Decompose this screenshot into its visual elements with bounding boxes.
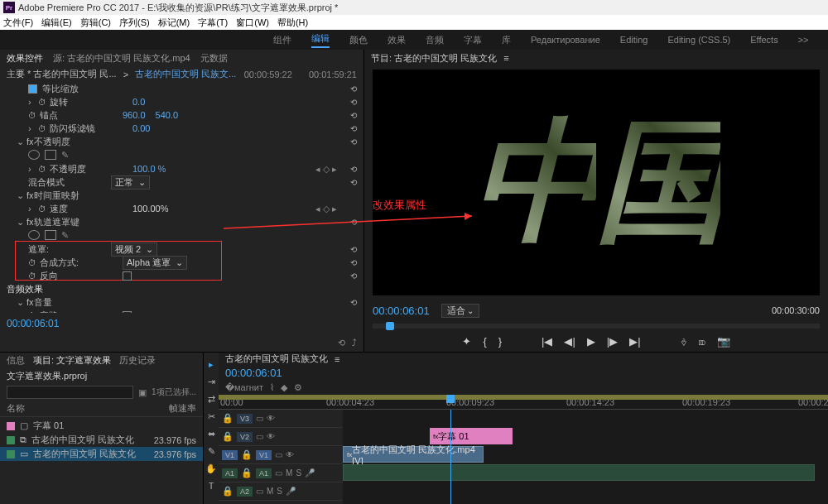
mark-out-icon[interactable]: } <box>498 335 502 348</box>
expand-icon[interactable]: ⌄ <box>17 217 23 228</box>
type-tool-icon[interactable]: T <box>209 481 214 491</box>
stopwatch-icon[interactable]: ⏱ <box>28 271 36 281</box>
selection-tool-icon[interactable]: ▸ <box>209 359 214 370</box>
project-item[interactable]: ▭古老的中国文明 民族文化23.976 fps <box>0 447 203 461</box>
play-icon[interactable]: ▶ <box>587 335 595 348</box>
menu-help[interactable]: 帮助(H) <box>277 17 308 29</box>
reset-icon[interactable]: ⟲ <box>350 298 357 307</box>
stopwatch-icon[interactable]: ⏱ <box>28 111 36 120</box>
reset-icon[interactable]: ⟲ <box>350 178 357 187</box>
ws-more[interactable]: >> <box>798 35 809 45</box>
slip-tool-icon[interactable]: ⬌ <box>208 429 215 439</box>
expand-icon[interactable]: › <box>28 97 35 107</box>
menu-marker[interactable]: 标记(M) <box>158 17 190 29</box>
timeline-content[interactable]: fx 字幕 01 fx 古老的中国文明 民族文化.mp4 [V] <box>343 410 828 504</box>
snap-icon[interactable]: �магнит <box>225 382 263 393</box>
stopwatch-icon[interactable]: ⏱ <box>38 124 46 133</box>
clip-audio[interactable] <box>343 464 815 481</box>
track-v1-source[interactable]: V1 <box>222 450 238 460</box>
link-icon[interactable]: ⌇ <box>270 382 274 393</box>
razor-tool-icon[interactable]: ✂ <box>208 411 215 422</box>
opacity-value[interactable]: 100.0 % <box>132 164 166 174</box>
menu-sequence[interactable]: 序列(S) <box>119 17 150 29</box>
pen-tool-icon[interactable]: ✎ <box>208 446 215 457</box>
mask-rect[interactable] <box>45 150 56 160</box>
bypass-check[interactable] <box>123 311 132 314</box>
reverse-check[interactable] <box>123 271 132 281</box>
speed-value[interactable]: 100.00% <box>132 204 168 214</box>
composite-dropdown[interactable]: Alpha 遮罩⌄ <box>123 256 187 270</box>
reset-icon[interactable]: ⟲ <box>350 84 357 94</box>
expand-icon[interactable]: › <box>28 123 35 133</box>
menu-edit[interactable]: 编辑(E) <box>41 17 72 29</box>
clip-name[interactable]: 古老的中国文明 民族文... <box>135 68 236 80</box>
stopwatch-icon[interactable]: ⏱ <box>28 258 36 267</box>
reset-icon[interactable]: ⟲ <box>350 137 357 146</box>
mask-rect[interactable] <box>45 230 56 240</box>
track-a1[interactable]: A1 <box>256 468 272 478</box>
lock-icon[interactable]: 🔒 <box>222 431 233 442</box>
reset-icon[interactable]: ⟲ <box>350 111 357 120</box>
toggle-output-icon[interactable]: ▭ <box>256 414 263 423</box>
anchor-y[interactable]: 540.0 <box>156 110 179 120</box>
ws-audio[interactable]: 音频 <box>426 34 444 46</box>
zoom-select[interactable]: 适合 ⌄ <box>441 304 480 318</box>
marker-icon[interactable]: ◆ <box>281 382 287 393</box>
blend-dropdown[interactable]: 正常⌄ <box>111 175 150 190</box>
add-marker-icon[interactable]: ✦ <box>462 335 471 348</box>
mic-icon[interactable]: 🎤 <box>286 487 296 496</box>
toggle-output-icon[interactable]: ▭ <box>256 432 263 441</box>
col-name[interactable]: 名称 <box>7 402 169 415</box>
scrub-bar[interactable] <box>373 324 820 329</box>
stopwatch-icon[interactable]: ⏱ <box>38 98 46 107</box>
reset-icon[interactable]: ⟲ <box>350 258 357 267</box>
program-monitor[interactable]: 中 国 <box>373 70 820 295</box>
hand-tool-icon[interactable]: ✋ <box>205 463 217 474</box>
project-item[interactable]: ▢字幕 01 <box>0 419 203 433</box>
antiflicker-value[interactable]: 0.00 <box>132 123 150 133</box>
eye-icon[interactable]: 👁 <box>286 450 294 459</box>
go-out-icon[interactable]: ▶| <box>629 335 640 348</box>
matte-dropdown[interactable]: 视频 2⌄ <box>111 242 157 257</box>
ws-library[interactable]: 库 <box>502 34 511 46</box>
mask-ellipse[interactable] <box>28 150 40 160</box>
fx-badge[interactable]: fx <box>26 217 34 227</box>
reset-icon[interactable]: ⟲ <box>350 124 357 133</box>
eye-icon[interactable]: 👁 <box>267 432 275 441</box>
clip-subtitle[interactable]: fx 字幕 01 <box>430 428 513 444</box>
expand-icon[interactable]: ⌄ <box>17 190 23 201</box>
mask-pen-icon[interactable]: ✎ <box>61 150 69 161</box>
ws-title[interactable]: 字幕 <box>464 34 482 46</box>
tab-history[interactable]: 历史记录 <box>119 354 156 367</box>
lock-icon[interactable]: 🔒 <box>241 449 253 460</box>
menu-window[interactable]: 窗口(W) <box>236 17 269 29</box>
menu-title[interactable]: 字幕(T) <box>198 17 228 29</box>
step-fwd-icon[interactable]: |▶ <box>607 335 618 348</box>
reset-icon[interactable]: ⟲ <box>350 165 357 174</box>
search-input[interactable] <box>7 386 133 399</box>
uniform-scale-check[interactable] <box>28 84 37 94</box>
tab-metadata[interactable]: 元数据 <box>200 52 228 65</box>
mark-in-icon[interactable]: { <box>483 335 486 348</box>
ws-editing[interactable]: 编辑 <box>311 32 330 48</box>
expand-icon[interactable]: ⌄ <box>17 137 23 147</box>
stopwatch-icon[interactable]: ⏱ <box>38 165 46 174</box>
tab-source[interactable]: 源: 古老的中国文明 民族文化.mp4 <box>53 52 190 65</box>
ws-ru[interactable]: Редактирование <box>531 35 600 45</box>
anchor-x[interactable]: 960.0 <box>123 110 146 120</box>
ws-color[interactable]: 颜色 <box>349 34 368 46</box>
expand-icon[interactable]: › <box>28 164 35 174</box>
track-v1[interactable]: V1 <box>256 450 272 460</box>
tab-project[interactable]: 项目: 文字遮罩效果 <box>33 354 111 367</box>
reset-icon[interactable]: ⟲ <box>350 271 357 281</box>
settings-icon[interactable]: ⚙ <box>294 382 302 393</box>
rotation-value[interactable]: 0.0 <box>132 97 145 107</box>
mask-pen-icon[interactable]: ✎ <box>61 230 69 241</box>
track-v3[interactable]: V3 <box>237 414 253 424</box>
track-a2[interactable]: A2 <box>237 487 253 497</box>
eye-icon[interactable]: 👁 <box>267 414 275 423</box>
project-item[interactable]: ⧉古老的中国文明 民族文化23.976 fps <box>0 433 203 447</box>
fx-badge[interactable]: fx <box>26 190 34 200</box>
go-in-icon[interactable]: |◀ <box>542 335 552 348</box>
playhead-handle[interactable] <box>446 395 455 403</box>
